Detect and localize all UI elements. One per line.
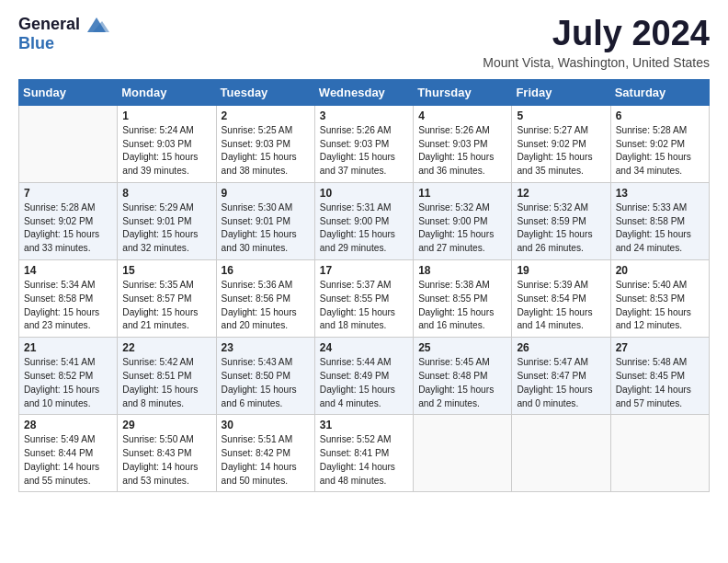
- day-number: 12: [517, 187, 605, 200]
- header-wednesday: Wednesday: [314, 79, 413, 105]
- calendar-cell: 16Sunrise: 5:36 AM Sunset: 8:56 PM Dayli…: [216, 260, 314, 338]
- location: Mount Vista, Washington, United States: [483, 55, 710, 70]
- calendar-cell: 9Sunrise: 5:30 AM Sunset: 9:01 PM Daylig…: [216, 182, 314, 259]
- calendar-cell: 5Sunrise: 5:27 AM Sunset: 9:02 PM Daylig…: [512, 105, 610, 182]
- calendar-cell: 31Sunrise: 5:52 AM Sunset: 8:41 PM Dayli…: [314, 415, 413, 492]
- day-info: Sunrise: 5:45 AM Sunset: 8:48 PM Dayligh…: [418, 356, 506, 410]
- day-number: 15: [122, 264, 210, 277]
- calendar-cell: 10Sunrise: 5:31 AM Sunset: 9:00 PM Dayli…: [314, 182, 413, 259]
- header-monday: Monday: [118, 79, 216, 105]
- calendar-week-row: 14Sunrise: 5:34 AM Sunset: 8:58 PM Dayli…: [19, 260, 710, 338]
- day-number: 4: [418, 109, 506, 122]
- day-number: 7: [24, 187, 112, 200]
- day-info: Sunrise: 5:50 AM Sunset: 8:43 PM Dayligh…: [122, 433, 210, 488]
- calendar-cell: 4Sunrise: 5:26 AM Sunset: 9:03 PM Daylig…: [414, 105, 512, 182]
- day-info: Sunrise: 5:41 AM Sunset: 8:52 PM Dayligh…: [24, 356, 112, 410]
- calendar-cell: 7Sunrise: 5:28 AM Sunset: 9:02 PM Daylig…: [19, 182, 118, 259]
- day-number: 8: [122, 187, 210, 200]
- day-number: 27: [616, 341, 704, 354]
- page-header: General Blue July 2024 Mount Vista, Wash…: [18, 15, 710, 70]
- calendar-cell: 30Sunrise: 5:51 AM Sunset: 8:42 PM Dayli…: [216, 415, 314, 492]
- day-number: 9: [222, 187, 310, 200]
- day-number: 31: [320, 419, 408, 431]
- day-number: 25: [418, 341, 506, 354]
- day-info: Sunrise: 5:30 AM Sunset: 9:01 PM Dayligh…: [222, 201, 310, 256]
- day-info: Sunrise: 5:32 AM Sunset: 9:00 PM Dayligh…: [418, 201, 506, 256]
- day-number: 21: [24, 341, 112, 354]
- day-number: 16: [222, 264, 310, 277]
- header-thursday: Thursday: [414, 79, 512, 105]
- day-info: Sunrise: 5:35 AM Sunset: 8:57 PM Dayligh…: [122, 279, 210, 333]
- day-info: Sunrise: 5:26 AM Sunset: 9:03 PM Dayligh…: [418, 124, 506, 178]
- calendar-cell: 17Sunrise: 5:37 AM Sunset: 8:55 PM Dayli…: [314, 260, 413, 338]
- calendar-cell: [414, 415, 512, 492]
- calendar-cell: 29Sunrise: 5:50 AM Sunset: 8:43 PM Dayli…: [118, 415, 216, 492]
- title-area: July 2024 Mount Vista, Washington, Unite…: [483, 15, 710, 70]
- calendar-header-row: SundayMondayTuesdayWednesdayThursdayFrid…: [19, 79, 710, 105]
- calendar-cell: 8Sunrise: 5:29 AM Sunset: 9:01 PM Daylig…: [118, 182, 216, 259]
- calendar-cell: 3Sunrise: 5:26 AM Sunset: 9:03 PM Daylig…: [314, 105, 413, 182]
- calendar-cell: 13Sunrise: 5:33 AM Sunset: 8:58 PM Dayli…: [610, 182, 709, 259]
- calendar-cell: 28Sunrise: 5:49 AM Sunset: 8:44 PM Dayli…: [19, 415, 118, 492]
- day-info: Sunrise: 5:34 AM Sunset: 8:58 PM Dayligh…: [24, 279, 112, 333]
- calendar-week-row: 21Sunrise: 5:41 AM Sunset: 8:52 PM Dayli…: [19, 338, 710, 415]
- calendar-week-row: 28Sunrise: 5:49 AM Sunset: 8:44 PM Dayli…: [19, 415, 710, 492]
- day-number: 3: [320, 109, 408, 122]
- day-number: 26: [517, 341, 605, 354]
- day-number: 29: [122, 419, 210, 431]
- day-number: 10: [320, 187, 408, 200]
- calendar-cell: 14Sunrise: 5:34 AM Sunset: 8:58 PM Dayli…: [19, 260, 118, 338]
- calendar-week-row: 7Sunrise: 5:28 AM Sunset: 9:02 PM Daylig…: [19, 182, 710, 259]
- month-title: July 2024: [483, 15, 710, 53]
- day-info: Sunrise: 5:24 AM Sunset: 9:03 PM Dayligh…: [122, 124, 210, 178]
- calendar-cell: 1Sunrise: 5:24 AM Sunset: 9:03 PM Daylig…: [118, 105, 216, 182]
- day-number: 5: [517, 109, 605, 122]
- day-number: 1: [122, 109, 210, 122]
- logo-general-text: General: [18, 15, 80, 34]
- day-number: 13: [616, 187, 704, 200]
- day-info: Sunrise: 5:33 AM Sunset: 8:58 PM Dayligh…: [616, 201, 704, 256]
- day-number: 18: [418, 264, 506, 277]
- day-info: Sunrise: 5:48 AM Sunset: 8:45 PM Dayligh…: [616, 356, 704, 410]
- calendar-cell: 27Sunrise: 5:48 AM Sunset: 8:45 PM Dayli…: [610, 338, 709, 415]
- day-info: Sunrise: 5:38 AM Sunset: 8:55 PM Dayligh…: [418, 279, 506, 333]
- logo: General Blue: [18, 15, 109, 53]
- day-info: Sunrise: 5:31 AM Sunset: 9:00 PM Dayligh…: [320, 201, 408, 256]
- calendar-cell: 21Sunrise: 5:41 AM Sunset: 8:52 PM Dayli…: [19, 338, 118, 415]
- calendar-cell: 24Sunrise: 5:44 AM Sunset: 8:49 PM Dayli…: [314, 338, 413, 415]
- logo-icon: [84, 16, 109, 34]
- logo-blue-text: Blue: [18, 34, 54, 52]
- calendar-cell: 20Sunrise: 5:40 AM Sunset: 8:53 PM Dayli…: [610, 260, 709, 338]
- day-number: 28: [24, 419, 112, 431]
- calendar-cell: [19, 105, 118, 182]
- day-info: Sunrise: 5:39 AM Sunset: 8:54 PM Dayligh…: [517, 279, 605, 333]
- day-info: Sunrise: 5:49 AM Sunset: 8:44 PM Dayligh…: [24, 433, 112, 488]
- header-saturday: Saturday: [610, 79, 709, 105]
- header-friday: Friday: [512, 79, 610, 105]
- calendar-cell: 25Sunrise: 5:45 AM Sunset: 8:48 PM Dayli…: [414, 338, 512, 415]
- day-info: Sunrise: 5:47 AM Sunset: 8:47 PM Dayligh…: [517, 356, 605, 410]
- calendar-cell: [610, 415, 709, 492]
- calendar-table: SundayMondayTuesdayWednesdayThursdayFrid…: [18, 79, 710, 493]
- calendar-week-row: 1Sunrise: 5:24 AM Sunset: 9:03 PM Daylig…: [19, 105, 710, 182]
- calendar-cell: 15Sunrise: 5:35 AM Sunset: 8:57 PM Dayli…: [118, 260, 216, 338]
- day-number: 14: [24, 264, 112, 277]
- day-number: 17: [320, 264, 408, 277]
- day-number: 2: [222, 109, 310, 122]
- header-tuesday: Tuesday: [216, 79, 314, 105]
- calendar-cell: 2Sunrise: 5:25 AM Sunset: 9:03 PM Daylig…: [216, 105, 314, 182]
- day-info: Sunrise: 5:25 AM Sunset: 9:03 PM Dayligh…: [222, 124, 310, 178]
- calendar-cell: [512, 415, 610, 492]
- day-info: Sunrise: 5:52 AM Sunset: 8:41 PM Dayligh…: [320, 433, 408, 488]
- calendar-cell: 23Sunrise: 5:43 AM Sunset: 8:50 PM Dayli…: [216, 338, 314, 415]
- calendar-cell: 22Sunrise: 5:42 AM Sunset: 8:51 PM Dayli…: [118, 338, 216, 415]
- day-number: 20: [616, 264, 704, 277]
- calendar-cell: 18Sunrise: 5:38 AM Sunset: 8:55 PM Dayli…: [414, 260, 512, 338]
- day-info: Sunrise: 5:40 AM Sunset: 8:53 PM Dayligh…: [616, 279, 704, 333]
- day-info: Sunrise: 5:32 AM Sunset: 8:59 PM Dayligh…: [517, 201, 605, 256]
- day-info: Sunrise: 5:42 AM Sunset: 8:51 PM Dayligh…: [122, 356, 210, 410]
- day-info: Sunrise: 5:26 AM Sunset: 9:03 PM Dayligh…: [320, 124, 408, 178]
- day-info: Sunrise: 5:29 AM Sunset: 9:01 PM Dayligh…: [122, 201, 210, 256]
- day-number: 11: [418, 187, 506, 200]
- calendar-cell: 12Sunrise: 5:32 AM Sunset: 8:59 PM Dayli…: [512, 182, 610, 259]
